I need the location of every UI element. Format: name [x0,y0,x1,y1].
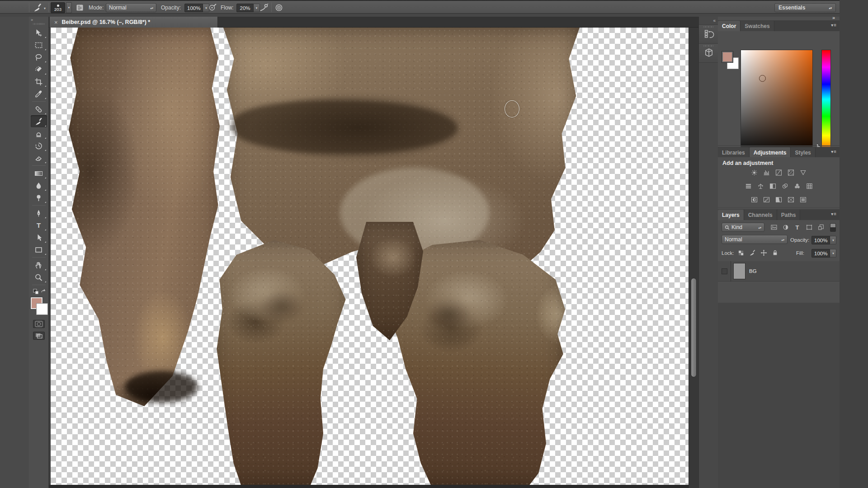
layer-row-bg[interactable]: BG [718,261,840,282]
adjustment-layer-filter-icon[interactable] [780,223,791,231]
photo-filter-icon[interactable] [780,183,790,190]
lock-paint-icon[interactable] [748,249,757,257]
move-tool[interactable] [31,27,47,39]
gradient-tool[interactable] [31,167,47,179]
layer-fill-arrow[interactable]: ▾ [830,249,836,258]
invert-icon[interactable] [750,196,759,203]
shape-layer-filter-icon[interactable] [804,223,814,231]
layer-filter-toggle[interactable] [830,223,836,232]
quick-mask-button[interactable] [33,320,45,328]
flow-value[interactable]: 20% [236,4,254,12]
black-white-icon[interactable] [768,183,778,190]
smart-object-filter-icon[interactable] [816,223,826,231]
brightness-contrast-icon[interactable] [750,169,759,176]
layer-blend-mode-dropdown[interactable]: Normal ▴▾ [722,235,788,244]
airbrush-icon[interactable] [259,3,269,13]
blur-tool[interactable] [31,179,47,192]
rectangular-marquee-tool[interactable] [31,39,47,51]
opacity-value[interactable]: 100% [184,4,203,12]
layer-fill-control[interactable]: 100% ▾ [811,249,836,258]
curves-icon[interactable] [774,169,783,176]
exposure-icon[interactable] [786,169,796,176]
history-brush-tool[interactable] [31,140,47,152]
tab-color[interactable]: Color [718,21,741,31]
channel-mixer-icon[interactable] [793,183,802,190]
tab-layers[interactable]: Layers [718,210,744,220]
close-tab-icon[interactable]: × [54,19,58,25]
hand-tool[interactable] [31,259,47,271]
clone-stamp-tool[interactable] [31,127,47,140]
pressure-size-icon[interactable] [274,3,284,13]
toggle-brush-panel-icon[interactable] [75,3,85,12]
layers-panel-menu-icon[interactable]: ▾≡ [831,211,837,216]
gradient-map-icon[interactable] [786,196,796,203]
screen-mode-button[interactable] [33,332,45,340]
brush-picker-arrow[interactable]: ▾ [66,2,72,13]
color-balance-icon[interactable] [756,183,765,190]
properties-panel-button[interactable] [699,44,718,63]
tools-panel-gripper[interactable] [33,23,45,25]
layer-fill-value[interactable]: 100% [811,249,830,258]
blend-mode-dropdown[interactable]: Normal ▴▾ [106,3,156,12]
tab-libraries[interactable]: Libraries [718,147,750,158]
dodge-tool[interactable] [31,192,47,204]
color-panel-menu-icon[interactable]: ▾≡ [831,23,837,28]
path-selection-tool[interactable] [31,231,47,244]
hue-slider-bar[interactable] [821,50,831,157]
posterize-icon[interactable] [762,196,771,203]
selective-color-icon[interactable] [798,196,808,203]
levels-icon[interactable] [762,169,771,176]
background-color-swatch[interactable] [36,303,48,315]
flow-control[interactable]: 20% ▾ [236,4,260,12]
color-picker-ring[interactable] [759,75,766,82]
pressure-opacity-icon[interactable] [208,3,217,12]
brush-size-preview[interactable]: 203 [51,2,65,13]
layer-filter-kind-dropdown[interactable]: Kind ▴▾ [722,223,764,232]
layer-visibility-checkbox[interactable] [718,261,731,282]
layer-name[interactable]: BG [749,268,757,274]
tab-adjustments[interactable]: Adjustments [750,147,791,158]
workspace-switcher[interactable]: Essentials ▴▾ [774,3,836,12]
dock-collapse-handle[interactable]: « [699,17,718,25]
layer-opacity-value[interactable]: 100% [811,236,830,244]
hue-saturation-icon[interactable] [744,183,753,190]
layer-thumbnail[interactable] [733,263,745,279]
threshold-icon[interactable] [774,196,783,203]
lock-position-icon[interactable] [760,249,768,257]
rectangle-tool[interactable] [31,244,47,256]
layer-opacity-control[interactable]: 100% ▾ [811,236,836,244]
tools-panel-collapse[interactable]: » [29,17,48,23]
adjustments-panel-menu-icon[interactable]: ▾≡ [831,149,837,154]
tab-channels[interactable]: Channels [744,210,777,220]
history-panel-button[interactable] [699,25,718,44]
lock-transparency-icon[interactable] [737,249,745,257]
saturation-brightness-field[interactable] [741,50,813,157]
document-tab[interactable]: × Beiber.psd @ 16.7% (–, RGB/8*) * [50,17,218,28]
vertical-scrollbar-thumb[interactable] [691,278,697,377]
transparency-checkerboard[interactable] [51,28,689,485]
opacity-control[interactable]: 100% ▾ [184,4,209,12]
lasso-tool[interactable] [31,51,47,63]
foreground-color-well[interactable] [722,51,733,63]
vibrance-icon[interactable] [798,169,808,176]
default-swap-colors[interactable] [31,288,47,296]
pixel-layer-filter-icon[interactable] [769,223,779,231]
vertical-scrollbar-track[interactable] [689,28,698,488]
eyedropper-tool[interactable] [31,88,47,100]
brush-tool[interactable] [31,115,47,127]
quick-selection-tool[interactable] [31,63,47,75]
brush-tool-preset-icon[interactable] [33,3,42,13]
collapse-dock-icon[interactable]: » [832,15,835,20]
crop-tool[interactable] [31,75,47,88]
eraser-tool[interactable] [31,152,47,164]
tab-swatches[interactable]: Swatches [741,21,774,31]
lock-all-icon[interactable] [771,249,779,257]
layer-opacity-arrow[interactable]: ▾ [830,236,836,244]
tab-paths[interactable]: Paths [777,210,801,220]
pen-tool[interactable] [31,207,47,219]
color-lookup-icon[interactable] [805,183,814,190]
type-tool[interactable]: T [31,219,47,231]
type-layer-filter-icon[interactable]: T [792,223,802,231]
zoom-tool[interactable] [31,271,47,283]
tab-styles[interactable]: Styles [791,147,815,158]
